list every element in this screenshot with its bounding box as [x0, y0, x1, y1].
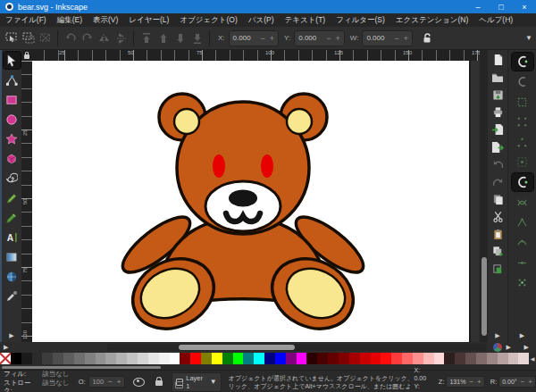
open-document-icon[interactable]	[490, 71, 506, 85]
lock-ratio-icon[interactable]	[420, 30, 435, 46]
selector-tool[interactable]	[4, 52, 21, 69]
minimize-button[interactable]: –	[466, 0, 490, 13]
x-field-value[interactable]: 0.000	[233, 34, 256, 42]
menu-edit[interactable]: 編集(E)	[52, 13, 88, 27]
layer-name[interactable]: Layer 1	[186, 374, 207, 390]
copy-icon[interactable]	[490, 192, 506, 206]
save-document-icon[interactable]	[490, 88, 506, 102]
y-field[interactable]: 0.000 − +	[294, 30, 345, 46]
rotation-value[interactable]: 0.00°	[502, 379, 516, 385]
snap-edge-midpoints-toggle[interactable]	[512, 133, 533, 151]
palette-swatch[interactable]	[254, 353, 264, 364]
palette-swatch[interactable]	[423, 353, 434, 364]
stroke-value[interactable]: 該当なし	[42, 379, 69, 392]
palette-swatch[interactable]	[487, 353, 498, 364]
dropper-tool[interactable]	[4, 288, 21, 304]
zoom-value[interactable]: 131%	[449, 379, 465, 385]
palette-swatch[interactable]	[190, 353, 201, 364]
y-minus[interactable]: −	[326, 34, 331, 43]
w-field-value[interactable]: 0.000	[366, 34, 389, 42]
palette-swatch[interactable]	[74, 353, 85, 364]
opacity-plus[interactable]: +	[117, 378, 121, 386]
snap-nodes-toggle[interactable]	[512, 173, 533, 191]
snap-midpoints-toggle[interactable]	[512, 254, 533, 271]
text-tool[interactable]: A	[4, 229, 21, 246]
vertical-scrollbar[interactable]	[480, 50, 488, 342]
star-tool[interactable]	[4, 130, 21, 147]
paste-icon[interactable]	[490, 227, 506, 241]
command-bar-more-arrow[interactable]: ▶	[495, 332, 499, 339]
palette-swatch[interactable]	[127, 353, 138, 364]
toolbox-more-arrow[interactable]: ▶	[9, 332, 13, 339]
palette-swatch[interactable]	[138, 353, 148, 364]
ruler-horizontal[interactable]: 25 50 75 100 125 150 175	[32, 50, 479, 61]
gradient-tool[interactable]	[4, 248, 21, 265]
palette-swatch[interactable]	[339, 353, 349, 364]
layer-selector[interactable]: Layer 1 ▼	[172, 372, 222, 392]
snap-centers-toggle[interactable]	[512, 154, 533, 171]
rotation-plus[interactable]: +	[528, 378, 532, 386]
palette-swatch[interactable]	[63, 353, 74, 364]
horizontal-scrollbar[interactable]	[107, 344, 487, 351]
menu-text[interactable]: テキスト(T)	[280, 13, 331, 27]
w-field[interactable]: 0.000 − +	[362, 30, 413, 46]
palette-swatch[interactable]	[275, 353, 286, 364]
palette-swatch[interactable]	[498, 353, 508, 364]
snap-bbox-corners-toggle[interactable]	[512, 113, 533, 131]
color-managed-view-icon[interactable]	[493, 343, 502, 352]
palette-swatch[interactable]	[328, 353, 339, 364]
fill-value[interactable]: 該当なし	[42, 370, 69, 378]
toolbox-expand-arrow[interactable]: ▶	[0, 344, 12, 351]
palette-swatch[interactable]	[349, 353, 360, 364]
palette-swatch[interactable]	[180, 353, 190, 364]
opacity-field[interactable]: 100 − +	[88, 376, 126, 388]
palette-swatch[interactable]	[381, 353, 391, 364]
palette-swatch[interactable]	[306, 353, 317, 364]
palette-swatch[interactable]	[85, 353, 96, 364]
clone-icon[interactable]	[490, 262, 506, 276]
ellipse-tool[interactable]	[4, 111, 21, 128]
palette-swatch[interactable]	[53, 353, 63, 364]
y-field-value[interactable]: 0.000	[298, 34, 322, 42]
palette-swatch[interactable]	[444, 353, 455, 364]
opacity-minus[interactable]: −	[108, 378, 113, 386]
palette-swatch[interactable]	[11, 353, 21, 364]
palette-swatch[interactable]	[233, 353, 244, 364]
palette-swatch[interactable]	[391, 353, 402, 364]
spiral-tool[interactable]	[4, 170, 21, 187]
snap-smooth-nodes-toggle[interactable]	[512, 234, 533, 252]
palette-scroll-left-arrow[interactable]: ◀	[529, 353, 536, 364]
palette-swatch[interactable]	[32, 353, 43, 364]
snap-master-toggle[interactable]	[512, 53, 533, 71]
cmdbar-expand-arrow[interactable]: ▶	[503, 344, 515, 351]
zoom-field[interactable]: 131% − +	[446, 376, 484, 388]
zoom-plus[interactable]: +	[477, 378, 482, 386]
palette-swatch[interactable]	[286, 353, 297, 364]
palette-swatch[interactable]	[21, 353, 32, 364]
zoom-minus[interactable]: −	[469, 378, 473, 386]
import-icon[interactable]	[490, 122, 506, 137]
node-editor-tool[interactable]	[4, 71, 21, 88]
palette-swatch[interactable]	[297, 353, 307, 364]
menu-path[interactable]: パス(P)	[243, 13, 280, 27]
snap-cusp-nodes-toggle[interactable]	[512, 213, 533, 231]
snap-bar-more-arrow[interactable]: ▶	[520, 332, 524, 339]
palette-swatch[interactable]	[465, 353, 476, 364]
opacity-value[interactable]: 100	[93, 378, 105, 386]
ruler-corner-lock[interactable]	[21, 50, 32, 61]
menu-object[interactable]: オブジェクト(O)	[174, 13, 242, 27]
pencil-tool[interactable]	[4, 189, 21, 206]
w-plus[interactable]: +	[404, 34, 408, 43]
vertical-scrollbar-thumb[interactable]	[482, 257, 487, 336]
palette-swatch[interactable]	[105, 353, 116, 364]
palette-swatch[interactable]	[42, 353, 53, 364]
x-plus[interactable]: +	[270, 34, 274, 43]
rectangle-tool[interactable]	[4, 91, 21, 108]
menu-filters[interactable]: フィルター(S)	[331, 13, 390, 27]
layer-dropdown-arrow[interactable]: ▼	[210, 378, 217, 386]
close-button[interactable]: ×	[513, 0, 536, 13]
snap-path-intersections-toggle[interactable]	[512, 194, 533, 212]
palette-swatch[interactable]	[264, 353, 275, 364]
palette-swatch[interactable]	[222, 353, 233, 364]
rotation-minus[interactable]: −	[521, 378, 525, 386]
